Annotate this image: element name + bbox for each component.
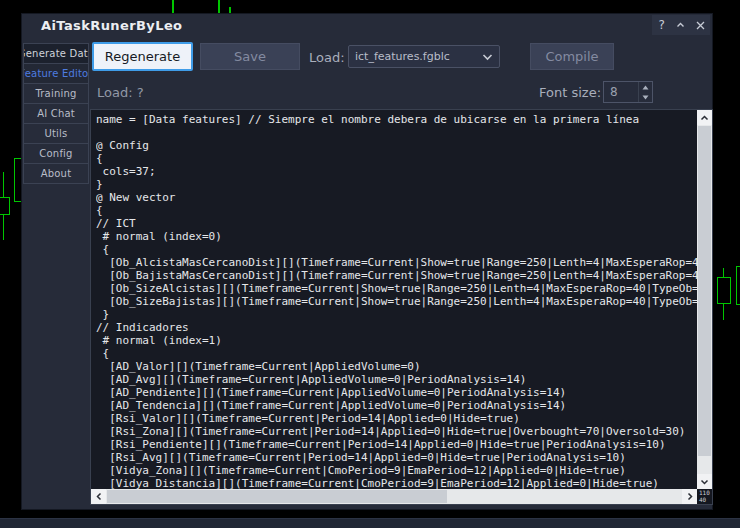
font-size-input[interactable]: [604, 82, 638, 102]
corner-indicator-top: 110: [699, 489, 712, 496]
font-size-label: Font size:: [539, 85, 601, 100]
scroll-left-button[interactable]: [91, 489, 106, 504]
code-line: [Rsi_Avg][](Timeframe=Current|Period=14|…: [96, 451, 712, 464]
load-select[interactable]: ict_features.fgblc: [348, 45, 500, 68]
code-line: [96, 126, 712, 139]
sidebar-tab[interactable]: About: [23, 163, 89, 184]
font-size-spinner: [603, 81, 653, 103]
code-line: # normal (index=0): [96, 230, 712, 243]
chevron-down-icon: [482, 53, 493, 61]
code-line: [Ob_BajistaMasCercanoDist][](Timeframe=C…: [96, 269, 712, 282]
vertical-scroll-thumb[interactable]: [698, 126, 711, 456]
close-button[interactable]: [692, 21, 708, 30]
close-icon: [696, 21, 705, 30]
save-button[interactable]: Save: [200, 43, 300, 70]
code-line: name = [Data features] // Siempre el nom…: [96, 113, 712, 126]
code-line: // ICT: [96, 217, 712, 230]
scrollbar-corner: 110 40: [697, 489, 712, 504]
code-line: [Rsi_Zona][](Timeframe=Current|Period=14…: [96, 425, 712, 438]
code-line: [AD_Tendencia][](Timeframe=Current|Appli…: [96, 399, 712, 412]
help-button[interactable]: ?: [654, 15, 670, 35]
scroll-right-button[interactable]: [682, 489, 697, 504]
horizontal-scrollbar: [91, 489, 697, 504]
sidebar-tab[interactable]: Training: [23, 83, 89, 104]
sidebar-tab[interactable]: Config: [23, 143, 89, 164]
code-line: [Rsi_Pendiente][](Timeframe=Current|Peri…: [96, 438, 712, 451]
code-editor[interactable]: name = [Data features] // Siempre el nom…: [90, 109, 713, 505]
chevron-right-icon: [686, 492, 694, 501]
triangle-down-icon: [642, 95, 649, 100]
code-line: }: [96, 308, 712, 321]
code-line: {: [96, 152, 712, 165]
code-line: [AD_Valor][](Timeframe=Current|AppliedVo…: [96, 360, 712, 373]
code-content: name = [Data features] // Siempre el nom…: [96, 113, 712, 504]
vertical-scrollbar: [697, 110, 712, 489]
horizontal-scroll-thumb[interactable]: [107, 490, 447, 503]
background-panel: [0, 518, 740, 528]
code-line: [AD_Avg][](Timeframe=Current|AppliedVolu…: [96, 373, 712, 386]
code-line: @ New vector: [96, 191, 712, 204]
code-line: {: [96, 204, 712, 217]
app-window: AiTaskRunerByLeo ? Generate DataFeature …: [21, 13, 713, 510]
spinner-buttons: [638, 82, 652, 102]
code-line: @ Config: [96, 139, 712, 152]
load-label: Load:: [309, 50, 345, 65]
triangle-up-icon: [642, 85, 649, 90]
code-line: // Indicadores: [96, 321, 712, 334]
code-line: [Vidya_Zona][](Timeframe=Current|CmoPeri…: [96, 464, 712, 477]
code-line: [Ob_AlcistaMasCercanoDist][](Timeframe=C…: [96, 256, 712, 269]
code-line: {: [96, 243, 712, 256]
code-line: [Ob_SizeAlcistas][](Timeframe=Current|Sh…: [96, 282, 712, 295]
chevron-up-icon: [700, 114, 709, 122]
code-line: [Rsi_Valor][](Timeframe=Current|Period=1…: [96, 412, 712, 425]
window-title: AiTaskRunerByLeo: [41, 18, 182, 33]
load-status: Load: ?: [97, 85, 144, 100]
chevron-down-icon: [700, 478, 709, 486]
code-line: }: [96, 178, 712, 191]
code-line: {: [96, 347, 712, 360]
code-line: [Ob_SizeBajistas][](Timeframe=Current|Sh…: [96, 295, 712, 308]
chevron-up-icon: [676, 21, 685, 29]
desktop-background: AiTaskRunerByLeo ? Generate DataFeature …: [0, 0, 740, 528]
sidebar-tab[interactable]: AI Chat: [23, 103, 89, 124]
chart-line: [218, 0, 220, 13]
title-bar[interactable]: AiTaskRunerByLeo ?: [22, 14, 712, 38]
scroll-up-button[interactable]: [697, 110, 712, 125]
code-line: cols=37;: [96, 165, 712, 178]
sidebar: Generate DataFeature EditorTrainingAI Ch…: [23, 43, 89, 184]
chart-candle: [0, 197, 10, 215]
minimize-button[interactable]: [673, 21, 689, 29]
chart-line: [172, 0, 174, 13]
scroll-down-button[interactable]: [697, 474, 712, 489]
code-line: [AD_Pendiente][](Timeframe=Current|Appli…: [96, 386, 712, 399]
spinner-down-button[interactable]: [639, 92, 652, 102]
corner-indicator-bottom: 40: [699, 496, 712, 503]
regenerate-button[interactable]: Regenerate: [92, 42, 193, 71]
chart-candle: [736, 266, 740, 305]
sidebar-tab[interactable]: Utils: [23, 123, 89, 144]
window-controls: ?: [652, 15, 710, 35]
chart-candle: [717, 277, 731, 304]
load-select-value: ict_features.fgblc: [355, 50, 482, 63]
sidebar-tab[interactable]: Feature Editor: [23, 63, 89, 84]
spinner-up-button[interactable]: [639, 82, 652, 92]
chevron-left-icon: [95, 492, 103, 501]
compile-button[interactable]: Compile: [530, 43, 614, 70]
code-line: # normal (index=1): [96, 334, 712, 347]
sidebar-tab[interactable]: Generate Data: [23, 43, 89, 64]
